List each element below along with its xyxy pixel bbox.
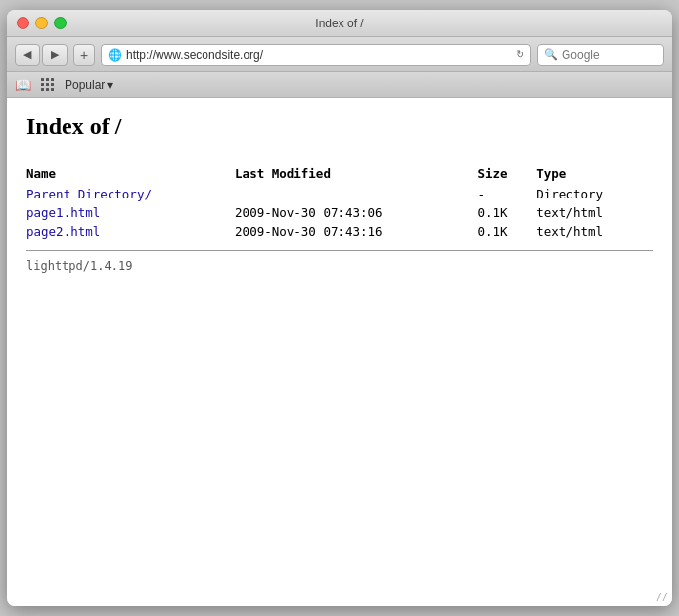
back-button[interactable]: ◀ xyxy=(15,44,40,66)
search-input[interactable] xyxy=(562,48,657,62)
bottom-divider xyxy=(26,250,653,251)
cell-size: 0.1K xyxy=(478,222,537,241)
search-bar[interactable]: 🔍 xyxy=(537,44,664,66)
cell-name[interactable]: page2.html xyxy=(26,222,235,241)
cell-name[interactable]: Parent Directory/ xyxy=(26,185,235,203)
cell-modified xyxy=(235,185,477,203)
window-title: Index of / xyxy=(315,17,363,30)
bookmark-icon[interactable]: 📖 xyxy=(15,77,31,93)
popular-label: Popular xyxy=(65,78,105,92)
address-bar[interactable]: 🌐 ↻ xyxy=(101,44,531,66)
page-content: Index of / Name Last Modified Size Type … xyxy=(7,98,672,606)
scroll-indicator: // xyxy=(656,592,668,602)
forward-button[interactable]: ▶ xyxy=(42,44,68,66)
maximize-button[interactable] xyxy=(54,17,67,29)
cell-type: Directory xyxy=(536,185,653,203)
globe-icon: 🌐 xyxy=(108,48,122,62)
browser-window: Index of / ◀ ▶ + 🌐 ↻ 🔍 📖 xyxy=(7,10,672,606)
col-modified: Last Modified xyxy=(235,164,477,185)
address-input[interactable] xyxy=(126,48,512,62)
nav-buttons: ◀ ▶ xyxy=(15,44,68,66)
cell-size: - xyxy=(478,185,537,203)
table-row: page1.html2009-Nov-30 07:43:060.1Ktext/h… xyxy=(26,203,653,222)
bookmarks-bar: 📖 Popular ▾ xyxy=(7,72,672,98)
popular-button[interactable]: Popular ▾ xyxy=(65,78,113,92)
cell-size: 0.1K xyxy=(478,203,537,222)
forward-icon: ▶ xyxy=(51,48,59,61)
toolbar: ◀ ▶ + 🌐 ↻ 🔍 xyxy=(7,37,672,72)
page-title: Index of / xyxy=(26,113,653,140)
cell-name[interactable]: page1.html xyxy=(26,203,235,222)
search-icon: 🔍 xyxy=(544,48,558,61)
server-info: lighttpd/1.4.19 xyxy=(26,259,653,273)
add-tab-button[interactable]: + xyxy=(73,44,95,66)
col-name: Name xyxy=(26,164,235,185)
back-icon: ◀ xyxy=(23,48,31,61)
grid-icon[interactable] xyxy=(41,78,55,92)
add-tab-icon: + xyxy=(80,47,88,63)
cell-modified: 2009-Nov-30 07:43:16 xyxy=(235,222,477,241)
minimize-button[interactable] xyxy=(35,17,48,29)
col-size: Size xyxy=(478,164,537,185)
col-type: Type xyxy=(536,164,653,185)
top-divider xyxy=(26,154,653,154)
title-bar: Index of / xyxy=(7,10,672,37)
table-row: Parent Directory/-Directory xyxy=(26,185,653,203)
close-button[interactable] xyxy=(17,17,29,29)
directory-table: Name Last Modified Size Type Parent Dire… xyxy=(26,164,653,241)
window-controls xyxy=(17,17,67,29)
table-row: page2.html2009-Nov-30 07:43:160.1Ktext/h… xyxy=(26,222,653,241)
cell-modified: 2009-Nov-30 07:43:06 xyxy=(235,203,477,222)
cell-type: text/html xyxy=(536,222,653,241)
popular-arrow-icon: ▾ xyxy=(107,78,113,92)
cell-type: text/html xyxy=(536,203,653,222)
table-header-row: Name Last Modified Size Type xyxy=(26,164,653,185)
refresh-button[interactable]: ↻ xyxy=(516,48,524,61)
